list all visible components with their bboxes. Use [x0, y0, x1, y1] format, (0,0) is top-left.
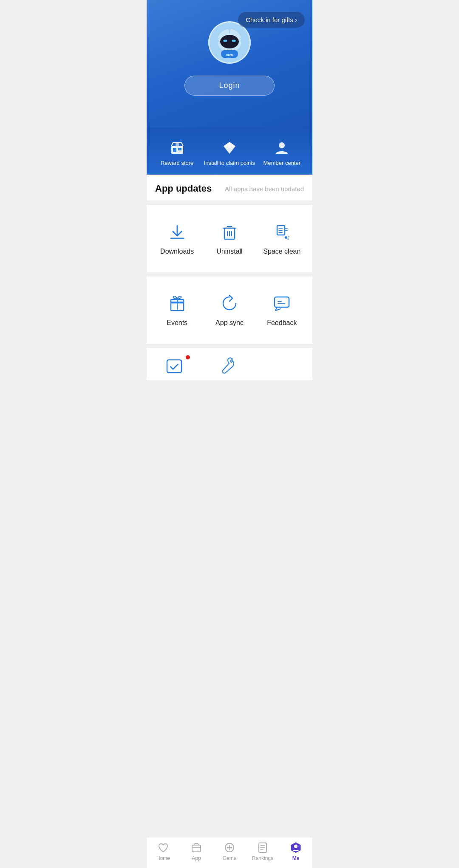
events-label: Events [167, 319, 187, 327]
gift-icon [167, 294, 187, 313]
svg-rect-17 [173, 148, 176, 152]
partial-bottom-section [147, 348, 312, 380]
downloads-label: Downloads [160, 248, 194, 255]
svg-rect-10 [216, 37, 218, 42]
member-center-label: Member center [264, 160, 300, 166]
app-v-icon [164, 356, 184, 376]
grid-item-uninstall[interactable]: Uninstall [203, 222, 255, 255]
check-in-label: Check in for gifts [246, 16, 293, 23]
svg-point-6 [225, 40, 227, 42]
check-in-arrow-icon: › [295, 16, 297, 23]
bottom-spacer [147, 380, 312, 414]
install-points-label: Install to claim points [204, 160, 255, 166]
login-button[interactable]: Login [184, 76, 274, 96]
quick-link-member-center[interactable]: Member center [256, 140, 308, 166]
quick-link-install-points[interactable]: Install to claim points [203, 140, 255, 166]
app-updates-status: All apps have been updated [225, 185, 304, 192]
diamond-icon [222, 140, 237, 156]
store-icon [170, 140, 185, 156]
svg-point-33 [285, 236, 287, 239]
feedback-icon [272, 294, 292, 313]
download-icon [167, 222, 187, 242]
space-clean-label: Space clean [263, 248, 300, 255]
partial-item-app-v[interactable] [147, 356, 202, 376]
notification-dot [186, 355, 190, 359]
hero-section: Check in for gifts › vivo [147, 0, 312, 127]
quick-links-section: Reward store Install to claim points Mem… [147, 127, 312, 175]
reward-store-label: Reward store [161, 160, 193, 166]
quick-link-reward-store[interactable]: Reward store [151, 140, 203, 166]
svg-point-23 [279, 142, 285, 148]
wrench-icon [220, 356, 239, 376]
grid-item-app-sync[interactable]: App sync [203, 294, 255, 327]
grid-row-2: Events App sync Feedback [147, 285, 312, 335]
login-label: Login [219, 81, 240, 90]
svg-text:vivo: vivo [226, 53, 233, 57]
partial-item-wrench[interactable] [202, 356, 257, 376]
app-updates-header: App updates All apps have been updated [147, 175, 312, 201]
svg-rect-18 [178, 148, 181, 150]
svg-rect-19 [176, 143, 179, 146]
person-icon [274, 140, 289, 156]
avatar: vivo [208, 21, 251, 64]
app-sync-label: App sync [215, 319, 244, 327]
app-updates-title: App updates [155, 183, 212, 194]
partial-item-empty [257, 356, 312, 376]
uninstall-label: Uninstall [216, 248, 242, 255]
clean-icon [272, 222, 292, 242]
svg-point-35 [287, 238, 289, 240]
grid-item-downloads[interactable]: Downloads [151, 222, 203, 255]
feedback-label: Feedback [267, 319, 297, 327]
svg-rect-45 [167, 360, 181, 373]
svg-rect-42 [275, 297, 289, 307]
sync-icon [220, 294, 239, 313]
check-in-button[interactable]: Check in for gifts › [238, 12, 305, 28]
grid-item-events[interactable]: Events [151, 294, 203, 327]
svg-point-9 [234, 40, 236, 42]
grid-section-2: Events App sync Feedback [147, 277, 312, 344]
grid-item-space-clean[interactable]: Space clean [256, 222, 308, 255]
svg-point-34 [288, 236, 289, 237]
svg-rect-11 [241, 37, 243, 42]
grid-row-1: Downloads Uninstall [147, 214, 312, 264]
robot-icon: vivo [212, 25, 246, 59]
svg-point-15 [228, 27, 231, 30]
trash-icon [220, 222, 239, 242]
grid-item-feedback[interactable]: Feedback [256, 294, 308, 327]
grid-section-1: Downloads Uninstall [147, 205, 312, 272]
